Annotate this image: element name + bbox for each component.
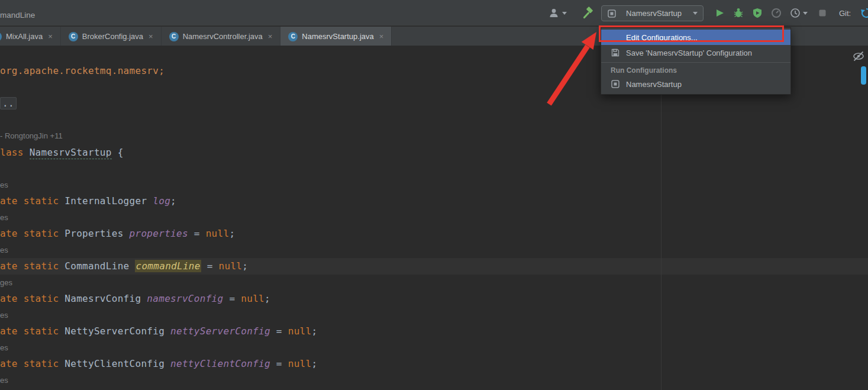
toolbar-left-text: mandLine xyxy=(0,0,35,26)
close-icon[interactable]: × xyxy=(268,32,273,41)
tab-mixall-java[interactable]: C MixAll.java × xyxy=(0,27,61,46)
hammer-icon xyxy=(582,7,595,20)
code-token-kw: ate static xyxy=(0,195,64,207)
run-config-icon xyxy=(607,9,617,18)
scrollbar-marker[interactable] xyxy=(861,66,866,85)
code-token-plain: = xyxy=(223,293,241,304)
code-token-plain: ; xyxy=(311,358,317,369)
menu-item-save-configuration[interactable]: Save 'NamesrvStartup' Configuration xyxy=(601,45,790,60)
annotation-red-box xyxy=(599,25,784,42)
code-token-kw: ate static xyxy=(0,228,64,239)
run-with-coverage-button[interactable] xyxy=(749,5,766,21)
save-icon xyxy=(611,48,620,57)
code-token-field: properties xyxy=(130,228,188,239)
code-token-plain: ; xyxy=(170,195,176,207)
code-token-plain: = xyxy=(270,325,288,337)
code-token-field: nettyServerConfig xyxy=(170,325,270,337)
code-editor[interactable]: org.apache.rocketmq.namesrv;..- Rongtong… xyxy=(0,46,868,390)
code-line: ate static InternalLogger log; xyxy=(0,193,868,209)
code-token-kw: lass xyxy=(0,147,30,158)
code-token-inlay: es xyxy=(0,213,8,222)
code-token-pkg: org.apache.rocketmq.namesrv; xyxy=(0,65,164,76)
run-configurations-section-header: Run Configurations xyxy=(601,62,790,76)
java-class-icon: C xyxy=(69,32,78,41)
java-class-icon: C xyxy=(288,32,298,41)
code-token-kw: null xyxy=(206,228,230,239)
code-token-plain: ; xyxy=(264,293,270,304)
run-icon xyxy=(714,8,725,18)
run-config-selector[interactable]: NamesrvStartup xyxy=(601,5,704,21)
code-token-plain: = xyxy=(188,228,206,239)
code-token-inlay: - RongtongJin +11 xyxy=(0,131,63,140)
code-line: .. xyxy=(0,95,868,112)
update-project-button[interactable] xyxy=(858,5,868,21)
chevron-down-icon xyxy=(693,12,698,15)
code-token-classdef: NamesrvStartup xyxy=(30,147,112,159)
java-class-icon: C xyxy=(0,32,2,41)
code-token-fieldhl: commandLine xyxy=(135,260,201,272)
tab-namesrvcontroller-java[interactable]: C NamesrvController.java × xyxy=(162,27,281,46)
run-history-button[interactable] xyxy=(787,5,809,21)
tab-namesrvstartup-java[interactable]: C NamesrvStartup.java × xyxy=(280,27,392,46)
inlay-hint-line: es xyxy=(0,177,868,194)
chevron-down-icon xyxy=(562,12,567,15)
code-line: ate static Properties properties = null; xyxy=(0,225,868,242)
inlay-hint-line: - RongtongJin +11 xyxy=(0,128,868,144)
debug-button[interactable] xyxy=(730,5,747,21)
code-line: lass NamesrvStartup { xyxy=(0,144,868,161)
java-class-icon: C xyxy=(169,32,179,41)
inlay-hint-line: es xyxy=(0,307,868,324)
update-icon xyxy=(860,7,868,19)
code-token-kw: ate static xyxy=(0,293,64,304)
code-token-field: nettyClientConfig xyxy=(170,358,270,369)
run-config-label: NamesrvStartup xyxy=(621,9,686,18)
close-icon[interactable]: × xyxy=(48,32,53,41)
code-token-inlay: es xyxy=(0,311,8,320)
code-line: ate static NamesrvConfig namesrvConfig =… xyxy=(0,291,868,307)
close-icon[interactable]: × xyxy=(149,32,153,41)
code-token-plain: = xyxy=(201,260,219,272)
run-button[interactable] xyxy=(711,5,728,21)
menu-item-label: Save 'NamesrvStartup' Configuration xyxy=(626,49,752,57)
chevron-down-icon xyxy=(803,12,808,15)
tab-label: NamesrvController.java xyxy=(183,32,263,41)
user-icon xyxy=(548,7,560,19)
tab-label: BrokerConfig.java xyxy=(82,32,143,41)
annotation-red-arrow xyxy=(531,22,608,111)
code-token-plain: NettyClientConfig xyxy=(64,358,170,369)
close-icon[interactable]: × xyxy=(379,32,384,41)
inlay-hint-line: es xyxy=(0,340,868,356)
code-token-plain: NettyServerConfig xyxy=(64,325,170,337)
tab-brokerconfig-java[interactable]: C BrokerConfig.java × xyxy=(61,27,162,46)
menu-item-namesrvstartup-config[interactable]: NamesrvStartup xyxy=(601,76,790,92)
code-token-plain: CommandLine xyxy=(64,260,135,272)
profiler-icon xyxy=(770,7,782,19)
code-token-kw: null xyxy=(219,260,243,272)
tab-label: MixAll.java xyxy=(6,32,43,41)
code-token-inlay: es xyxy=(0,246,8,254)
build-button[interactable] xyxy=(580,5,596,21)
stop-button[interactable] xyxy=(814,5,831,21)
inspection-eye-button[interactable] xyxy=(852,50,865,63)
coverage-icon xyxy=(751,7,763,19)
code-token-fold: .. xyxy=(0,97,17,109)
inlay-hint-line: es xyxy=(0,209,868,226)
code-token-field: namesrvConfig xyxy=(147,293,223,304)
git-widget[interactable]: Git: xyxy=(839,0,851,26)
code-token-plain: ; xyxy=(229,228,235,239)
code-area: org.apache.rocketmq.namesrv;..- Rongtong… xyxy=(0,63,868,388)
profiler-button[interactable] xyxy=(768,5,785,21)
history-clock-icon xyxy=(789,7,801,19)
inlay-hint-line: es xyxy=(0,372,868,389)
code-line: ate static NettyServerConfig nettyServer… xyxy=(0,323,868,340)
inlay-hint-line: es xyxy=(0,242,868,259)
run-config-icon xyxy=(611,79,620,89)
user-dropdown-button[interactable] xyxy=(547,5,568,21)
code-token-inlay: es xyxy=(0,181,8,189)
code-token-inlay: ges xyxy=(0,278,12,287)
right-margin-guide xyxy=(661,46,662,390)
blank-line xyxy=(0,160,868,177)
main-toolbar: mandLine NamesrvStartup xyxy=(0,0,868,26)
code-token-kw: null xyxy=(288,358,312,369)
code-token-plain: ; xyxy=(311,325,317,337)
